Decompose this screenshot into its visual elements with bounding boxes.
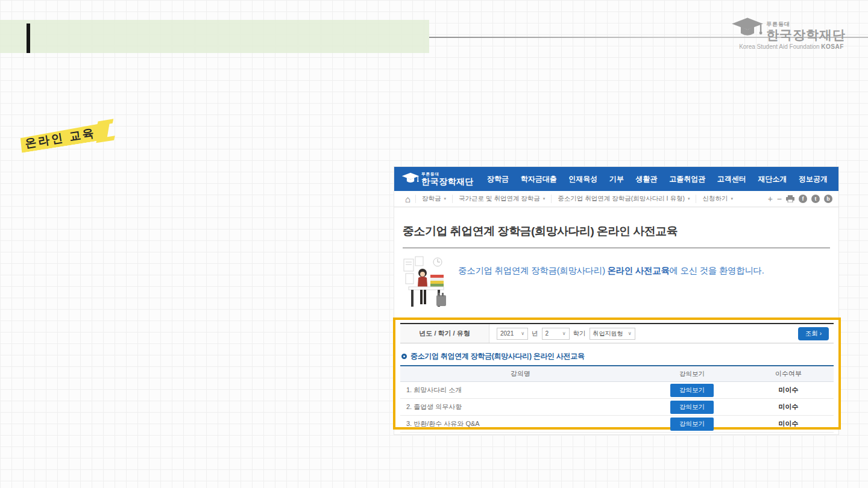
- breadcrumb-label: 신청하기: [702, 195, 728, 203]
- home-icon[interactable]: ⌂: [400, 194, 415, 204]
- kosaf-brand-logo: 푸른등대 한국장학재단 Korea Student Aid Foundation…: [731, 17, 852, 50]
- section-bullet-icon: [401, 354, 407, 359]
- zoom-out-button[interactable]: −: [777, 194, 782, 204]
- header-green-band: [0, 20, 429, 53]
- twitter-icon[interactable]: t: [811, 195, 820, 203]
- completion-status: 미이수: [743, 386, 834, 395]
- brand-caption-kosaf: KOSAF: [821, 43, 844, 50]
- breadcrumb-label: 장학금: [422, 195, 441, 203]
- chevron-down-icon: ∨: [562, 331, 566, 336]
- column-header-view: 강의보기: [641, 370, 743, 378]
- chevron-down-icon: ∨: [628, 331, 632, 336]
- view-lecture-button[interactable]: 강의보기: [670, 418, 714, 431]
- type-select-value: 취업지원형: [593, 330, 623, 338]
- lecture-name: 3. 반환/환수 사유와 Q&A: [400, 419, 641, 428]
- year-unit-label: 년: [532, 330, 538, 338]
- annotation-label: 온라인 교육: [24, 125, 97, 151]
- search-button-label: 조회: [805, 330, 818, 337]
- site-nav-menu: 장학금 학자금대출 인재육성 기부 생활관 고졸취업관 고객센터 재단소개 정보…: [487, 174, 828, 184]
- welcome-message: 중소기업 취업연계 장학금(희망사다리) 온라인 사전교육에 오신 것을 환영합…: [458, 265, 764, 277]
- nav-item-scholarship[interactable]: 장학금: [487, 174, 509, 184]
- year-select[interactable]: 2021 ∨: [497, 328, 528, 340]
- lecture-name: 1. 희망사다리 소개: [400, 386, 641, 395]
- view-lecture-button[interactable]: 강의보기: [670, 401, 714, 414]
- filter-controls: 2021 ∨ 년 2 ∨ 학기 취업지원형 ∨: [489, 324, 635, 343]
- breadcrumb-label: 중소기업 취업연계 장학금(희망사다리 I 유형): [558, 195, 685, 203]
- nav-item-dormitory[interactable]: 생활관: [636, 174, 658, 184]
- website-screenshot-panel: 푸른등대 한국장학재단 장학금 학자금대출 인재육성 기부 생활관 고졸취업관 …: [394, 166, 839, 435]
- site-nav-bar: 푸른등대 한국장학재단 장학금 학자금대출 인재육성 기부 생활관 고졸취업관 …: [394, 167, 838, 191]
- nav-item-donation[interactable]: 기부: [609, 174, 624, 184]
- title-divider: [403, 248, 830, 248]
- type-select[interactable]: 취업지원형 ∨: [590, 328, 635, 340]
- breadcrumb-tools: + − f t b: [768, 194, 832, 204]
- chevron-down-icon: ▾: [444, 196, 447, 201]
- nav-item-customer-center[interactable]: 고객센터: [717, 174, 746, 184]
- site-logo-name: 한국장학재단: [421, 177, 474, 186]
- table-row: 2. 졸업생 의무사항 강의보기 미이수: [400, 399, 834, 416]
- nav-item-about[interactable]: 재단소개: [758, 174, 787, 184]
- brand-caption-text: Korea Student Aid Foundation: [739, 43, 819, 50]
- breadcrumb-label: 국가근로 및 취업연계 장학금: [459, 195, 540, 203]
- course-table: 강의명 강의보기 이수여부 1. 희망사다리 소개 강의보기 미이수 2. 졸업…: [400, 365, 834, 433]
- table-row: 3. 반환/환수 사유와 Q&A 강의보기 미이수: [400, 416, 834, 433]
- chevron-down-icon: ∨: [521, 331, 524, 336]
- graduation-cap-icon: [731, 17, 764, 41]
- completion-status: 미이수: [743, 419, 834, 428]
- nav-item-disclosure[interactable]: 정보공개: [799, 174, 828, 184]
- site-logo-small: 푸른등대: [421, 172, 474, 177]
- site-logo-cap-icon: [401, 172, 420, 186]
- print-icon[interactable]: [786, 195, 794, 202]
- annotation-online-education: 온라인 교육: [14, 110, 134, 174]
- blog-icon[interactable]: b: [824, 195, 832, 203]
- lecture-name: 2. 졸업생 의무사항: [400, 402, 641, 411]
- welcome-text-pre: 중소기업 취업연계 장학금(희망사다리): [458, 266, 607, 275]
- annotation-highlight-box: 년도 / 학기 / 유형 2021 ∨ 년 2 ∨ 학기 취업지원형 ∨ 조회›: [393, 318, 841, 430]
- nav-item-talent[interactable]: 인재육성: [568, 174, 597, 184]
- semester-select-value: 2: [546, 330, 549, 337]
- breadcrumb: ⌂ 장학금 ▾ 국가근로 및 취업연계 장학금 ▾ 중소기업 취업연계 장학금(…: [394, 191, 838, 207]
- nav-item-student-loan[interactable]: 학자금대출: [521, 174, 557, 184]
- view-lecture-button[interactable]: 강의보기: [670, 384, 714, 397]
- breadcrumb-item-scholarship[interactable]: 장학금 ▾: [415, 195, 452, 203]
- chevron-down-icon: ▾: [731, 196, 733, 201]
- welcome-text-bold: 온라인 사전교육: [607, 266, 669, 275]
- filter-label: 년도 / 학기 / 유형: [400, 324, 489, 343]
- filter-bar: 년도 / 학기 / 유형 2021 ∨ 년 2 ∨ 학기 취업지원형 ∨ 조회›: [400, 323, 834, 343]
- course-table-header: 강의명 강의보기 이수여부: [400, 366, 834, 382]
- desk-person-illustration: [403, 255, 450, 311]
- table-row: 1. 희망사다리 소개 강의보기 미이수: [400, 382, 834, 399]
- chevron-down-icon: ▾: [688, 196, 690, 201]
- semester-unit-label: 학기: [573, 330, 586, 338]
- breadcrumb-item-apply[interactable]: 신청하기 ▾: [696, 195, 739, 203]
- site-logo[interactable]: 푸른등대 한국장학재단: [421, 172, 474, 186]
- section-header: 중소기업 취업연계 장학금(희망사다리) 온라인 사전교육: [401, 351, 832, 361]
- page-title: 중소기업 취업연계 장학금(희망사다리) 온라인 사전교육: [403, 224, 830, 239]
- breadcrumb-item-sme-scholarship[interactable]: 중소기업 취업연계 장학금(희망사다리 I 유형) ▾: [551, 195, 696, 203]
- completion-status: 미이수: [743, 402, 834, 411]
- facebook-icon[interactable]: f: [799, 195, 807, 203]
- brand-caption: Korea Student Aid Foundation KOSAF: [731, 43, 852, 50]
- year-select-value: 2021: [500, 330, 514, 337]
- column-header-lecture-name: 강의명: [400, 369, 641, 378]
- chevron-right-icon: ›: [820, 330, 822, 337]
- zoom-in-button[interactable]: +: [768, 194, 773, 204]
- header-accent-bar: [27, 23, 30, 53]
- breadcrumb-item-work-scholarship[interactable]: 국가근로 및 취업연계 장학금 ▾: [452, 195, 551, 203]
- column-header-status: 이수여부: [743, 369, 834, 378]
- chevron-down-icon: ▾: [543, 196, 546, 201]
- welcome-text-post: 에 오신 것을 환영합니다.: [670, 266, 764, 275]
- nav-item-highschool-jobs[interactable]: 고졸취업관: [669, 174, 705, 184]
- search-button[interactable]: 조회›: [798, 327, 829, 340]
- brand-name-text: 한국장학재단: [766, 28, 846, 41]
- semester-select[interactable]: 2 ∨: [542, 328, 570, 340]
- brand-small-text: 푸른등대: [766, 22, 846, 27]
- welcome-section: 중소기업 취업연계 장학금(희망사다리) 온라인 사전교육에 오신 것을 환영합…: [403, 255, 830, 313]
- section-title: 중소기업 취업연계 장학금(희망사다리) 온라인 사전교육: [410, 351, 585, 361]
